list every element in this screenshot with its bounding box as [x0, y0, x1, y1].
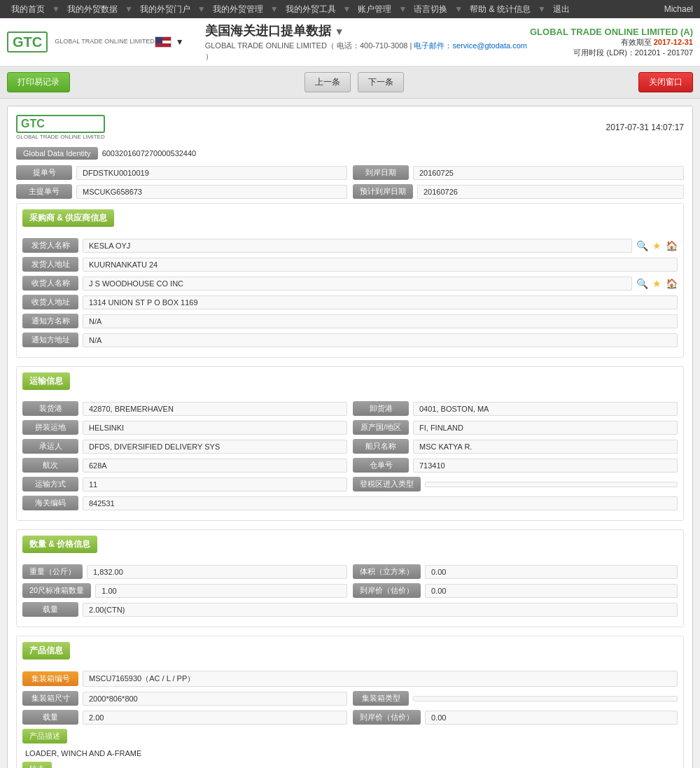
quantity-section: 数量 & 价格信息 重量（公斤） 1,832.00 体积（立方米） 0.00 2… [16, 529, 684, 627]
account-info: GLOBAL TRADE ONLINE LIMITED (A) 有效期至 201… [530, 27, 693, 58]
flag-lang[interactable]: ▼ [155, 36, 184, 48]
toolbar-right: 关闭窗口 [638, 72, 693, 92]
shipper-name-label: 发货人名称 [22, 238, 78, 253]
vessel-col: 船只名称 MSC KATYA R. [353, 439, 678, 454]
notify-name-label: 通知方名称 [22, 314, 78, 328]
container-no-value: 713410 [413, 459, 678, 473]
container-code-row: 集装箱编号 MSCU7165930（AC / L / PP） [22, 671, 678, 687]
carrier-vessel-row: 承运人 DFDS, DIVERSIFIED DELIVERY SYS 船只名称 … [22, 439, 678, 454]
container-size-value: 2000*806*800 [83, 692, 347, 706]
product-section: 产品信息 集装箱编号 MSCU7165930（AC / L / PP） 集装箱尺… [16, 636, 684, 768]
transport-mode-col: 运输方式 11 [22, 477, 347, 491]
nav-language[interactable]: 语言切换 [410, 4, 451, 15]
product-qty-col: 载量 2.00 [22, 710, 347, 725]
containers-label: 20尺标准箱数量 [22, 583, 91, 598]
est-arrival-col: 预计到岸日期 20160726 [353, 184, 684, 199]
ftz-col: 登税区进入类型 [353, 477, 678, 491]
product-price-col: 到岸价（估价） 0.00 [353, 710, 678, 725]
transport-section-header: 运输信息 [22, 372, 70, 390]
page-title: 美国海关进口提单数据 ▼ [205, 22, 530, 39]
notify-addr-value: N/A [83, 333, 678, 347]
consignee-star-icon[interactable]: ★ [652, 278, 662, 289]
nav-home[interactable]: 我的首页 [7, 4, 49, 15]
prev-button[interactable]: 上一条 [304, 72, 351, 92]
notify-name-row: 通知方名称 N/A [22, 314, 678, 328]
shipper-name-row: 发货人名称 KESLA OYJ 🔍 ★ 🏠 [22, 238, 678, 253]
buyer-supplier-title-bar: 采购商 & 供应商信息 [22, 209, 678, 232]
consignee-addr-value: 1314 UNION ST P O BOX 1169 [83, 295, 678, 309]
print-button[interactable]: 打印易记录 [7, 72, 70, 92]
consignee-name-value: J S WOODHOUSE CO INC [83, 277, 632, 291]
next-button[interactable]: 下一条 [358, 72, 404, 92]
consignee-search-icon[interactable]: 🔍 [636, 278, 648, 289]
transport-section: 运输信息 装货港 42870, BREMERHAVEN 卸货港 0401, BO… [16, 366, 684, 521]
logo-subtext: GLOBAL TRADE ONLINE LIMITED [55, 38, 155, 46]
quantity-section-header: 数量 & 价格信息 [22, 536, 97, 553]
shipper-name-value: KESLA OYJ [83, 239, 632, 253]
subtitle-phone: 电话：400-710-3008 [337, 41, 408, 50]
buyer-container: 较夫 J.S.WOODHOUSE CO., INC.1314 UNION STR… [22, 762, 678, 768]
nav-trade-tools[interactable]: 我的外贸工具 [281, 4, 340, 15]
close-button[interactable]: 关闭窗口 [638, 72, 693, 92]
quantity-row: 载量 2.00(CTN) [22, 602, 678, 617]
weight-volume-row: 重量（公斤） 1,832.00 体积（立方米） 0.00 [22, 564, 678, 579]
notify-name-value: N/A [83, 314, 678, 328]
top-toolbar: 打印易记录 上一条 下一条 关闭窗口 [0, 67, 700, 99]
arrival-price-value: 0.00 [425, 584, 678, 598]
nav-account[interactable]: 账户管理 [354, 4, 396, 15]
buyer-supplier-section: 采购商 & 供应商信息 发货人名称 KESLA OYJ 🔍 ★ 🏠 发货人地址 … [16, 203, 684, 358]
nav-trade-data[interactable]: 我的外贸数据 [63, 4, 122, 15]
transport-ftz-row: 运输方式 11 登税区进入类型 [22, 477, 678, 491]
unloading-port-value: 0401, BOSTON, MA [413, 402, 678, 416]
consignee-home-icon[interactable]: 🏠 [666, 278, 678, 289]
flag-icon [155, 36, 172, 48]
arrival-date-value: 20160725 [413, 166, 684, 180]
weight-value: 1,832.00 [87, 565, 347, 579]
arrival-price-label: 到岸价（估价） [353, 583, 421, 598]
containers-value: 1.00 [95, 584, 347, 598]
vessel-label: 船只名称 [353, 439, 409, 454]
origin-country-col: 原产国/地区 FI, FINLAND [353, 420, 678, 435]
nav-help[interactable]: 帮助 & 统计信息 [465, 4, 535, 15]
global-data-label: Global Data Identity [16, 147, 98, 160]
valid-until: 有效期至 2017-12-31 [530, 37, 693, 48]
logo-area: GTC GLOBAL TRADE ONLINE LIMITED [7, 32, 155, 53]
shipper-search-icon[interactable]: 🔍 [636, 240, 648, 251]
loading-unloading-row: 装货港 42870, BREMERHAVEN 卸货港 0401, BOSTON,… [22, 401, 678, 416]
record-logo-icon: GTC [16, 115, 105, 133]
consignee-name-row: 收货人名称 J S WOODHOUSE CO INC 🔍 ★ 🏠 [22, 276, 678, 291]
ldr-info: 可用时段 (LDR)：201201 - 201707 [530, 48, 693, 58]
stuffing-place-label: 拼装运地 [22, 420, 78, 435]
loading-port-value: 42870, BREMERHAVEN [83, 402, 347, 416]
buyer-supplier-section-header: 采购商 & 供应商信息 [22, 209, 114, 227]
est-arrival-value: 20160726 [417, 185, 684, 199]
record-datetime: 2017-07-31 14:07:17 [606, 123, 684, 132]
nav-trade-management[interactable]: 我的外贸管理 [209, 4, 267, 15]
ftz-label: 登税区进入类型 [353, 477, 421, 491]
nav-logout[interactable]: 退出 [549, 4, 574, 15]
transport-mode-value: 11 [83, 477, 347, 491]
account-name: GLOBAL TRADE ONLINE LIMITED (A) [530, 27, 693, 37]
top-nav-user: Michael [664, 4, 693, 14]
container-no-col: 仓单号 713410 [353, 458, 678, 473]
shipper-home-icon[interactable]: 🏠 [666, 240, 678, 251]
carrier-col: 承运人 DFDS, DIVERSIFIED DELIVERY SYS [22, 439, 347, 454]
shipper-star-icon[interactable]: ★ [652, 240, 662, 251]
container-size-col: 集装箱尺寸 2000*806*800 [22, 691, 347, 706]
est-arrival-label: 预计到岸日期 [353, 184, 413, 199]
carrier-label: 承运人 [22, 439, 78, 454]
product-qty-value: 2.00 [83, 711, 347, 725]
consignee-name-label: 收货人名称 [22, 276, 78, 291]
volume-col: 体积（立方米） 0.00 [353, 564, 678, 579]
containers-price-row: 20尺标准箱数量 1.00 到岸价（估价） 0.00 [22, 583, 678, 598]
container-type-label: 集装箱类型 [353, 691, 409, 706]
product-desc-label: 产品描述 [22, 729, 67, 743]
subtitle-company: GLOBAL TRADE ONLINE LIMITED [205, 41, 327, 50]
ftz-value [425, 482, 678, 487]
shipper-addr-row: 发货人地址 KUURNANKATU 24 [22, 257, 678, 272]
master-bill-value: MSCUKG658673 [76, 185, 347, 199]
top-nav-left: 我的首页 ▼ 我的外贸数据 ▼ 我的外贸门户 ▼ 我的外贸管理 ▼ 我的外贸工具… [7, 4, 574, 15]
bill-arrival-row: 提单号 DFDSTKU0010019 到岸日期 20160725 [16, 165, 684, 180]
nav-trade-portal[interactable]: 我的外贸门户 [136, 4, 195, 15]
origin-country-value: FI, FINLAND [413, 421, 678, 435]
